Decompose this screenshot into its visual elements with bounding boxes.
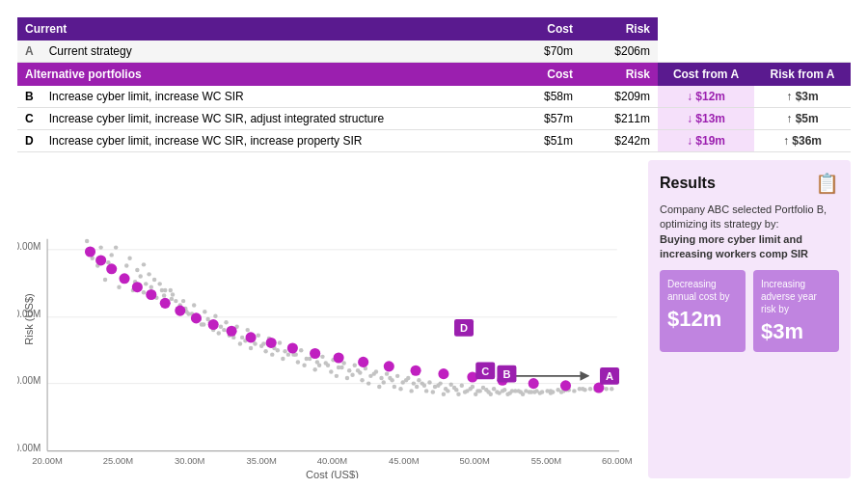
row-b-id: B bbox=[17, 86, 41, 108]
results-header: Results 📋 bbox=[660, 172, 839, 195]
svg-point-124 bbox=[317, 364, 321, 367]
svg-point-55 bbox=[379, 376, 383, 380]
svg-point-191 bbox=[85, 246, 95, 257]
scatter-chart: Risk (US$) 150.00M 200.00M 250.00M 300.0… bbox=[17, 160, 638, 478]
svg-point-176 bbox=[388, 376, 392, 380]
svg-point-202 bbox=[246, 332, 257, 342]
svg-point-143 bbox=[474, 393, 477, 396]
svg-point-132 bbox=[382, 380, 386, 384]
svg-point-105 bbox=[169, 288, 173, 292]
svg-point-169 bbox=[276, 348, 280, 352]
svg-point-40 bbox=[299, 348, 303, 352]
svg-point-214 bbox=[560, 380, 571, 391]
svg-point-172 bbox=[324, 361, 328, 365]
row-b-cost: $58m bbox=[503, 86, 581, 108]
row-c-label: Increase cyber limit, increase WC SIR, a… bbox=[41, 108, 503, 130]
svg-point-153 bbox=[559, 390, 563, 393]
svg-point-98 bbox=[109, 253, 113, 257]
row-a-cost: $70m bbox=[503, 41, 581, 63]
y-axis-label: Risk (US$) bbox=[23, 293, 35, 345]
alt-portfolios-header-row: Alternative portfolios Cost Risk Cost fr… bbox=[17, 63, 851, 87]
svg-point-207 bbox=[358, 357, 368, 367]
svg-point-110 bbox=[205, 317, 209, 321]
row-a-risk: $206m bbox=[581, 41, 658, 63]
point-b-label: B bbox=[502, 368, 510, 380]
svg-point-150 bbox=[528, 390, 531, 393]
y-tick-200: 200.00M bbox=[17, 375, 41, 386]
row-d-id: D bbox=[17, 130, 41, 152]
risk-header: Risk bbox=[581, 17, 658, 41]
row-b-risk-from-a: ↑ $3m bbox=[754, 86, 851, 108]
svg-point-62 bbox=[417, 378, 420, 382]
row-c-risk-from-a: ↑ $5m bbox=[754, 108, 851, 130]
svg-point-145 bbox=[489, 393, 493, 396]
svg-point-114 bbox=[238, 341, 242, 345]
svg-point-205 bbox=[310, 348, 320, 359]
alt-risk-header: Risk bbox=[581, 63, 658, 87]
svg-point-190 bbox=[610, 387, 613, 391]
svg-point-146 bbox=[495, 390, 499, 393]
svg-point-133 bbox=[393, 385, 396, 389]
svg-point-50 bbox=[353, 364, 357, 367]
svg-point-137 bbox=[424, 389, 428, 393]
svg-point-159 bbox=[163, 288, 167, 292]
svg-point-48 bbox=[341, 361, 345, 365]
svg-point-119 bbox=[281, 357, 285, 361]
results-description-plain: Company ABC selected Portfolio B, optimi… bbox=[660, 203, 827, 230]
svg-point-151 bbox=[538, 391, 542, 394]
svg-point-209 bbox=[410, 366, 420, 376]
svg-point-157 bbox=[147, 272, 150, 276]
svg-point-198 bbox=[175, 306, 185, 316]
alt-portfolios-header: Alternative portfolios bbox=[17, 63, 503, 87]
x-tick-30: 30.00M bbox=[175, 455, 205, 466]
svg-point-70 bbox=[460, 384, 464, 388]
svg-point-44 bbox=[320, 355, 324, 359]
svg-point-160 bbox=[170, 297, 174, 301]
svg-point-68 bbox=[448, 383, 452, 387]
results-description: Company ABC selected Portfolio B, optimi… bbox=[660, 203, 839, 262]
result-card-cost: Decreasing annual cost by $12m bbox=[660, 270, 746, 352]
svg-point-188 bbox=[581, 387, 584, 391]
x-tick-45: 45.00M bbox=[389, 455, 420, 466]
svg-point-117 bbox=[263, 349, 267, 353]
point-d-label: D bbox=[460, 322, 468, 334]
svg-point-129 bbox=[360, 378, 364, 382]
result-card-risk-value: $3m bbox=[761, 319, 831, 344]
svg-point-20 bbox=[192, 303, 196, 307]
svg-point-1 bbox=[103, 278, 107, 282]
row-a-id: A bbox=[17, 41, 41, 63]
svg-point-58 bbox=[395, 374, 399, 378]
svg-point-115 bbox=[249, 346, 253, 350]
svg-point-121 bbox=[296, 360, 300, 364]
svg-point-194 bbox=[119, 273, 129, 284]
svg-point-181 bbox=[468, 387, 472, 391]
svg-point-128 bbox=[350, 373, 354, 377]
svg-point-203 bbox=[266, 338, 277, 348]
row-d-cost-from-a: ↓ $19m bbox=[658, 130, 754, 152]
svg-point-135 bbox=[409, 389, 413, 393]
svg-point-210 bbox=[438, 368, 448, 379]
svg-point-56 bbox=[385, 371, 389, 375]
svg-point-97 bbox=[604, 387, 608, 391]
svg-point-185 bbox=[532, 390, 536, 393]
svg-point-149 bbox=[521, 393, 525, 396]
portfolio-c-row: C Increase cyber limit, increase WC SIR,… bbox=[17, 108, 851, 130]
point-c-label: C bbox=[481, 366, 489, 377]
svg-point-91 bbox=[572, 389, 576, 393]
svg-point-8 bbox=[98, 245, 102, 249]
svg-point-141 bbox=[456, 393, 460, 396]
svg-point-164 bbox=[202, 322, 205, 326]
svg-point-11 bbox=[142, 290, 146, 294]
svg-point-139 bbox=[442, 393, 446, 396]
svg-point-3 bbox=[117, 285, 121, 288]
svg-point-168 bbox=[259, 344, 263, 348]
x-tick-25: 25.00M bbox=[103, 455, 134, 466]
svg-point-112 bbox=[222, 328, 226, 332]
y-tick-300: 300.00M bbox=[17, 241, 41, 252]
strategy-table-section: Current Cost Risk A Current strategy $70… bbox=[17, 17, 851, 152]
point-a-label: A bbox=[606, 370, 613, 382]
svg-point-36 bbox=[278, 340, 282, 344]
y-tick-150: 150.00M bbox=[17, 443, 41, 453]
results-icon: 📋 bbox=[815, 172, 839, 195]
row-b-label: Increase cyber limit, increase WC SIR bbox=[41, 86, 503, 108]
